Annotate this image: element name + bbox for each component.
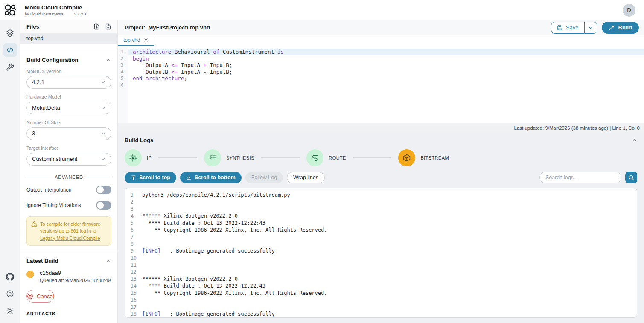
rail-item-help[interactable]: [3, 286, 17, 301]
step-ip: IP: [125, 149, 152, 166]
select-value: 3: [32, 130, 35, 137]
scroll-to-top-button[interactable]: Scroll to top: [125, 172, 176, 183]
rail-item-settings[interactable]: [3, 303, 17, 318]
code-editor[interactable]: 123456 architecture Behavioural of Custo…: [118, 46, 644, 123]
tab-top-vhd[interactable]: top.vhd: [118, 35, 154, 46]
app-title: Moku Cloud Compile: [25, 4, 87, 11]
collapse-chevron-icon[interactable]: [106, 258, 111, 264]
log-line: 15 ** Copyright 1986-2022 Xilinx, Inc. A…: [125, 290, 637, 297]
line-number: 1: [121, 49, 128, 55]
logs-toolbar: Scroll to top Scroll to bottom Follow Lo…: [125, 172, 637, 188]
artifacts-heading: ARTIFACTS: [20, 304, 117, 323]
log-line: 17: [125, 304, 637, 311]
log-line-number: 2: [125, 198, 142, 205]
code-line[interactable]: begin: [128, 55, 644, 62]
config-field: Target Interface CustomInstrument: [20, 145, 117, 170]
avatar[interactable]: D: [623, 4, 635, 17]
scroll-to-bottom-button[interactable]: Scroll to bottom: [180, 172, 242, 183]
log-line: 4 ****** Xilinx Bootgen v2022.2.0: [125, 212, 637, 219]
log-line-number: 17: [125, 304, 142, 311]
cancel-build-button[interactable]: Cancel: [26, 290, 54, 303]
app-title-block: Moku Cloud Compile by Liquid Instruments…: [25, 4, 87, 16]
save-button[interactable]: Save: [551, 22, 584, 33]
log-line-number: 12: [125, 268, 142, 275]
editor-code-area[interactable]: architecture Behavioural of CustomInstru…: [128, 46, 644, 123]
rail-item-layers[interactable]: [3, 26, 17, 40]
search-logs-input[interactable]: [539, 172, 621, 183]
close-icon[interactable]: [144, 38, 148, 42]
save-options-button[interactable]: [584, 22, 597, 33]
legacy-firmware-warning: To compile for older firmware versions u…: [26, 216, 111, 246]
code-line[interactable]: architecture Behavioural of CustomInstru…: [128, 49, 644, 55]
select-value: Moku:Delta: [32, 105, 60, 111]
select-dropdown[interactable]: 3: [26, 127, 111, 140]
files-header: Files: [20, 20, 117, 34]
select-dropdown[interactable]: Moku:Delta: [26, 102, 111, 114]
select-dropdown[interactable]: CustomInstrument: [26, 153, 111, 166]
rail-item-code-editor[interactable]: [3, 43, 17, 57]
main-area: Project: MyFirstProject/ top.vhd Save: [118, 20, 644, 323]
sidebar: Files top.vhd Build Configuration Mo: [20, 20, 118, 323]
collapse-chevron-icon[interactable]: [106, 57, 111, 63]
legacy-compile-link[interactable]: Legacy Moku Cloud Compile: [40, 236, 100, 241]
build-configuration-title: Build Configuration: [26, 57, 78, 63]
latest-build-section: Latest Build c15daa9 Queued at: 9/Mar/20…: [20, 252, 117, 304]
chevron-down-icon: [101, 131, 106, 136]
toggle-switch[interactable]: [96, 201, 111, 210]
code-line[interactable]: OutputA <= InputA + InputB;: [128, 62, 644, 69]
save-icon: [557, 25, 563, 31]
toggle-label: Output Interpolation: [26, 187, 71, 193]
editor-gutter: 123456: [118, 46, 128, 123]
code-line[interactable]: end architecture;: [128, 75, 644, 82]
save-button-group: Save: [551, 22, 597, 34]
latest-build-title: Latest Build: [26, 258, 58, 264]
log-line: 16: [125, 297, 637, 303]
log-line: 10: [125, 255, 637, 262]
rail-item-github[interactable]: [3, 269, 17, 284]
select-value: 4.2.1: [32, 79, 44, 85]
collapse-chevron-icon[interactable]: [632, 137, 637, 143]
moku-logo: [0, 0, 20, 20]
select-dropdown[interactable]: 4.2.1: [26, 76, 111, 89]
build-label: Build: [618, 24, 632, 31]
toggle-switch[interactable]: [96, 186, 111, 194]
file-item-top-vhd[interactable]: top.vhd: [20, 34, 117, 44]
moku-logo-icon: [3, 3, 17, 17]
tab-label: top.vhd: [123, 37, 140, 43]
code-line[interactable]: [128, 82, 644, 89]
build-stepper: IP SYNTHESIS: [125, 145, 449, 172]
app-version: v 4.2.1: [74, 12, 87, 16]
follow-log-button[interactable]: Follow Log: [245, 172, 283, 183]
code-line[interactable]: OutputB <= InputA - InputB;: [128, 69, 644, 76]
code-icon: [6, 46, 14, 54]
build-button[interactable]: Build: [602, 22, 639, 34]
log-viewer[interactable]: 1 python3 /deps/compile/4.2.1/scripts/bi…: [125, 188, 637, 318]
step-synthesis: SYNTHESIS: [204, 149, 254, 166]
log-line-number: 16: [125, 297, 142, 303]
line-number: 2: [121, 55, 128, 62]
log-line-number: 7: [125, 233, 142, 240]
wrap-lines-button[interactable]: Wrap lines: [287, 172, 325, 183]
field-label: Hardware Model: [26, 94, 111, 99]
log-line-number: 13: [125, 276, 142, 282]
upload-file-icon[interactable]: [93, 23, 100, 30]
route-icon: [311, 154, 319, 162]
wrench-icon: [6, 63, 14, 71]
new-file-icon[interactable]: [105, 23, 111, 30]
field-label: MokuOS Version: [26, 69, 111, 74]
chevron-down-icon: [101, 105, 106, 111]
log-line: 11: [125, 262, 637, 268]
search-logs-button[interactable]: [625, 172, 637, 183]
advanced-label: ADVANCED: [55, 175, 83, 180]
step-connector: [353, 157, 392, 158]
log-line: 6 ** Copyright 1986-2022 Xilinx, Inc. Al…: [125, 227, 637, 233]
line-number: 3: [121, 62, 128, 69]
toggle-label: Ignore Timing Violations: [26, 202, 81, 208]
github-icon: [6, 273, 14, 281]
log-info-tag: [INFO]: [142, 248, 160, 254]
config-field: Hardware Model Moku:Delta: [20, 93, 117, 119]
step-connector: [158, 157, 197, 158]
rail-item-tools[interactable]: [3, 60, 17, 74]
stop-circle-icon: [27, 293, 33, 300]
select-value: CustomInstrument: [32, 156, 77, 162]
